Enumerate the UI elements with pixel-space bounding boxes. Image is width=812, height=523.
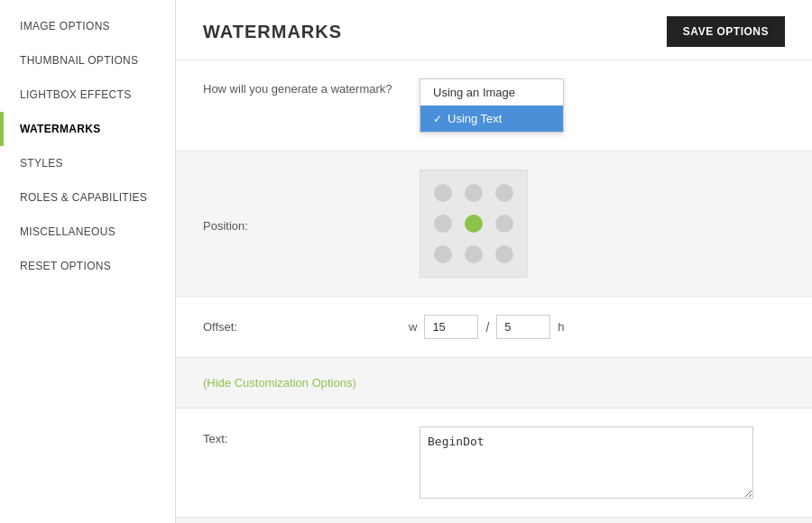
offset-section: Offset: w / h (176, 297, 812, 358)
offset-label: Offset: (203, 320, 401, 334)
pos-dot-5[interactable] (495, 215, 513, 233)
pos-dot-7[interactable] (465, 245, 483, 263)
text-label: Text: (203, 427, 401, 445)
text-input[interactable]: BeginDot (420, 427, 753, 499)
sidebar-item-thumbnail-options[interactable]: THUMBNAIL OPTIONS (0, 43, 175, 78)
sidebar-item-roles-capabilities[interactable]: ROLES & CAPABILITIES (0, 180, 175, 215)
page-title: WATERMARKS (203, 22, 342, 42)
main-content: WATERMARKS SAVE OPTIONS How will you gen… (176, 0, 812, 523)
hide-customization-link[interactable]: (Hide Customization Options) (203, 376, 356, 390)
offset-w-label: w (409, 320, 417, 334)
sidebar-item-reset-options[interactable]: RESET OPTIONS (0, 249, 175, 283)
save-options-button[interactable]: SAVE OPTIONS (667, 16, 785, 47)
offset-h-input[interactable] (496, 315, 550, 339)
watermark-type-dropdown[interactable]: Using an Image Using Text (420, 78, 564, 133)
pos-dot-8[interactable] (495, 245, 513, 263)
sidebar-item-image-options[interactable]: IMAGE OPTIONS (0, 9, 175, 43)
sidebar-item-styles[interactable]: STYLES (0, 146, 175, 180)
pos-dot-1[interactable] (465, 184, 483, 202)
position-grid[interactable] (420, 170, 528, 278)
sidebar: IMAGE OPTIONSTHUMBNAIL OPTIONSLIGHTBOX E… (0, 0, 176, 523)
sidebar-item-lightbox-effects[interactable]: LIGHTBOX EFFECTS (0, 78, 175, 112)
watermark-generation-section: How will you generate a watermark? Using… (176, 60, 812, 151)
offset-separator: / (485, 320, 489, 335)
hide-customization-section: (Hide Customization Options) (176, 358, 812, 408)
offset-h-label: h (558, 320, 564, 334)
opacity-section: Opacity: 10203033405060708090100 % (176, 518, 812, 523)
dropdown-item-image[interactable]: Using an Image (420, 79, 563, 106)
position-label: Position: (203, 216, 401, 233)
pos-dot-4[interactable] (465, 215, 483, 233)
text-section: Text: BeginDot (176, 408, 812, 518)
watermark-generation-label: How will you generate a watermark? (203, 78, 401, 96)
pos-dot-6[interactable] (434, 245, 452, 263)
sidebar-item-watermarks[interactable]: WATERMARKS (0, 112, 175, 146)
sidebar-item-miscellaneous[interactable]: MISCELLANEOUS (0, 215, 175, 249)
pos-dot-3[interactable] (434, 215, 452, 233)
position-section: Position: (176, 151, 812, 297)
page-header: WATERMARKS SAVE OPTIONS (176, 0, 812, 60)
offset-w-input[interactable] (424, 315, 478, 339)
dropdown-item-text[interactable]: Using Text (420, 106, 563, 132)
pos-dot-2[interactable] (495, 184, 513, 202)
pos-dot-0[interactable] (434, 184, 452, 202)
